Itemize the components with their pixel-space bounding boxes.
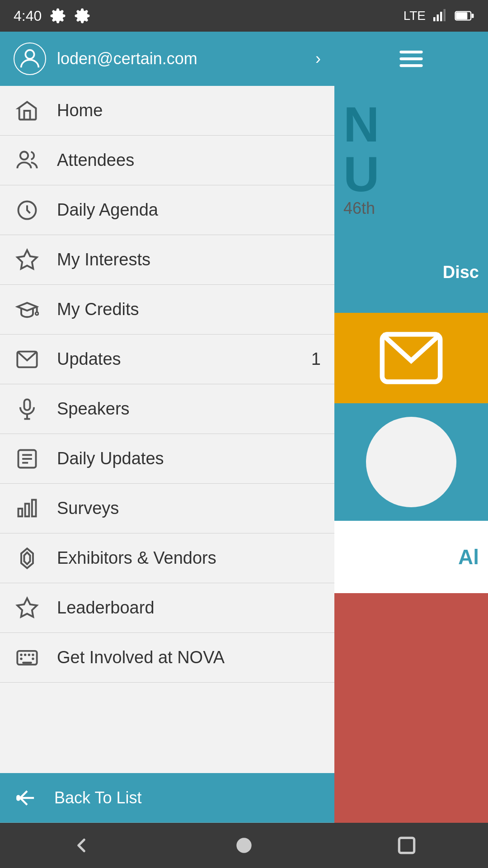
nav-square-button[interactable] — [389, 827, 425, 863]
sidebar-item-my-interests[interactable]: My Interests — [0, 235, 334, 285]
hamburger-menu-icon — [398, 45, 425, 72]
graduation-icon — [14, 296, 41, 323]
right-inner: N U 46th Disc — [334, 32, 488, 868]
svg-rect-6 — [472, 14, 474, 18]
status-bar-right: LTE — [404, 8, 474, 24]
sidebar-item-attendees-label: Attendees — [57, 151, 321, 170]
svg-point-11 — [35, 312, 38, 315]
sidebar-item-get-involved-label: Get Involved at NOVA — [57, 648, 321, 667]
sidebar-item-speakers[interactable]: Speakers — [0, 384, 334, 434]
svg-rect-21 — [25, 504, 29, 516]
clock-icon — [14, 197, 41, 224]
sidebar-item-leaderboard-label: Leaderboard — [57, 598, 321, 618]
star-icon — [14, 246, 41, 274]
svg-rect-22 — [32, 500, 36, 516]
sidebar-item-speakers-label: Speakers — [57, 399, 321, 419]
badge-46th: 46th — [343, 199, 375, 218]
shield-star-icon — [14, 594, 41, 622]
sidebar-header[interactable]: loden@certain.com › — [0, 32, 334, 86]
sidebar-item-updates-label: Updates — [57, 349, 288, 369]
back-to-list-label: Back To List — [54, 788, 141, 807]
sidebar-item-my-credits-label: My Credits — [57, 300, 321, 319]
circle-element — [366, 417, 456, 507]
mail-icon — [14, 346, 41, 373]
svg-rect-39 — [399, 838, 414, 853]
mic-icon — [14, 396, 41, 423]
panel-circle-area — [334, 403, 488, 521]
keyboard-icon — [14, 644, 41, 671]
nav-back-icon — [70, 834, 93, 857]
hamburger-button[interactable] — [334, 32, 488, 86]
sidebar-item-leaderboard[interactable]: Leaderboard — [0, 583, 334, 633]
big-letter-n: N — [343, 99, 379, 149]
sidebar-item-exhibitors-vendors[interactable]: Exhibitors & Vendors — [0, 533, 334, 583]
svg-rect-2 — [440, 12, 442, 21]
panel-discover: Disc — [334, 231, 488, 313]
mail-envelope-icon — [380, 331, 443, 385]
sidebar-item-home[interactable]: Home — [0, 86, 334, 136]
sidebar-item-daily-updates-label: Daily Updates — [57, 449, 321, 468]
svg-rect-20 — [19, 509, 23, 516]
bar-chart-icon — [14, 495, 41, 522]
nav-back-button[interactable] — [63, 827, 99, 863]
settings-icon — [50, 8, 66, 24]
sidebar-item-daily-agenda[interactable]: Daily Agenda — [0, 185, 334, 235]
home-icon — [14, 97, 41, 124]
svg-marker-10 — [17, 250, 37, 269]
settings2-icon — [74, 8, 90, 24]
sidebar-item-updates[interactable]: Updates 1 — [0, 335, 334, 384]
chevron-right-icon: › — [315, 49, 321, 68]
sidebar-item-my-credits[interactable]: My Credits — [0, 285, 334, 335]
sidebar-item-daily-agenda-label: Daily Agenda — [57, 200, 321, 220]
panel-al: Al — [334, 521, 488, 593]
svg-rect-33 — [17, 796, 19, 800]
status-bar-left: 4:40 — [14, 8, 90, 24]
right-content-area: N U 46th Disc — [334, 32, 488, 868]
attendees-icon — [14, 147, 41, 174]
sidebar-item-daily-updates[interactable]: Daily Updates — [0, 434, 334, 484]
svg-rect-13 — [24, 399, 30, 410]
svg-rect-0 — [433, 17, 436, 21]
sidebar-item-home-label: Home — [57, 101, 321, 120]
discover-text: Disc — [443, 263, 479, 282]
sidebar-drawer: loden@certain.com › Home Attendees — [0, 32, 334, 868]
nav-square-icon — [395, 834, 418, 857]
main-container: loden@certain.com › Home Attendees — [0, 32, 488, 868]
network-label: LTE — [404, 9, 426, 23]
sidebar-item-attendees[interactable]: Attendees — [0, 136, 334, 185]
svg-rect-5 — [456, 12, 467, 19]
sidebar-item-surveys-label: Surveys — [57, 499, 321, 518]
signal-icon — [432, 8, 448, 24]
svg-rect-1 — [437, 14, 439, 21]
user-email: loden@certain.com — [57, 49, 305, 68]
svg-point-7 — [25, 50, 34, 59]
nav-home-icon — [233, 834, 255, 857]
svg-rect-3 — [444, 9, 446, 21]
sidebar-item-get-involved[interactable]: Get Involved at NOVA — [0, 633, 334, 683]
big-letter-u: U — [343, 149, 379, 199]
sidebar-item-exhibitors-label: Exhibitors & Vendors — [57, 548, 321, 568]
svg-point-38 — [236, 838, 251, 853]
back-list-icon — [14, 784, 41, 811]
panel-mail — [334, 313, 488, 403]
user-avatar-icon — [14, 42, 46, 75]
svg-marker-24 — [24, 552, 30, 564]
back-to-list-item[interactable]: Back To List — [0, 773, 334, 823]
nav-home-button[interactable] — [226, 827, 262, 863]
svg-point-8 — [20, 151, 28, 159]
right-panel-top: N U 46th — [334, 86, 488, 231]
exhibitor-icon — [14, 545, 41, 572]
battery-icon — [455, 8, 474, 24]
bottom-navigation — [0, 823, 488, 868]
al-text: Al — [458, 545, 479, 569]
sidebar-item-my-interests-label: My Interests — [57, 250, 321, 269]
time-display: 4:40 — [14, 8, 42, 24]
nav-list: Home Attendees Daily Agenda — [0, 86, 334, 773]
status-bar: 4:40 LTE — [0, 0, 488, 32]
updates-badge: 1 — [305, 349, 321, 369]
newspaper-icon — [14, 445, 41, 472]
sidebar-item-surveys[interactable]: Surveys — [0, 484, 334, 533]
